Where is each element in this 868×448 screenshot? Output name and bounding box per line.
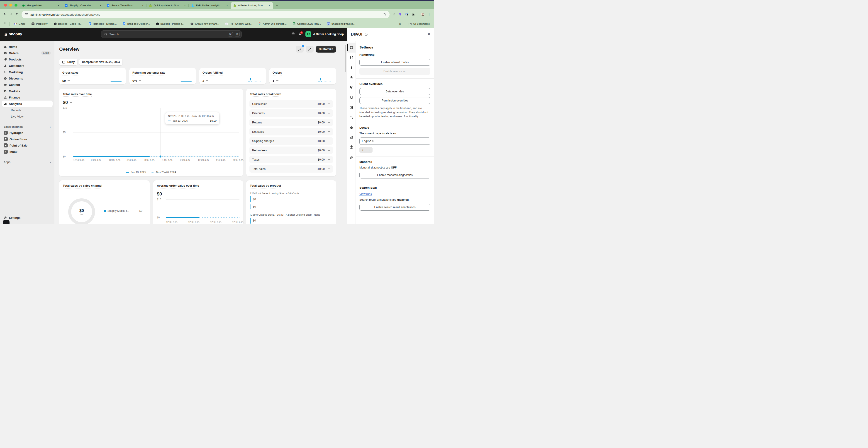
donut-chart[interactable]: $0 — [68, 198, 95, 224]
product-bar[interactable]: $0 — [250, 196, 333, 202]
tab-close-icon[interactable]: ✕ — [268, 4, 271, 7]
product-bar[interactable]: $0 — [250, 204, 253, 210]
main-scrollbar[interactable] — [345, 45, 346, 72]
forward-icon[interactable] — [9, 12, 13, 17]
devui-rail-cube[interactable] — [347, 142, 356, 152]
help-icon[interactable]: ? — [364, 33, 368, 36]
locale-select[interactable]: English — [360, 137, 430, 145]
back-icon[interactable] — [3, 12, 7, 17]
sidebar-item-inbox[interactable]: SInbox — [2, 148, 53, 155]
all-bookmarks-button[interactable]: All Bookmarks — [407, 22, 431, 26]
sidekick-icon[interactable] — [291, 32, 295, 36]
tab-close-icon[interactable]: ✕ — [183, 4, 187, 7]
sidebar-item-online-store[interactable]: Online Store — [2, 136, 53, 142]
tab-close-icon[interactable]: ✕ — [225, 4, 229, 7]
notifications-button[interactable]: 7 — [299, 32, 302, 36]
bookmark-item[interactable]: Brag doc October... — [121, 22, 151, 26]
bookmark-item[interactable]: Homesite - Dynam... — [87, 22, 118, 26]
devui-rail-paintroller[interactable] — [347, 82, 356, 93]
enable-monorail-button[interactable]: Enable monorail diagnostics — [360, 172, 430, 178]
devui-rail-gridplus[interactable] — [347, 132, 356, 142]
browser-tab[interactable]: sQuick updates to Shadows an✕ — [147, 2, 189, 9]
browser-tab[interactable]: ExP: Unified analytics experie✕ — [189, 2, 231, 9]
breakdown-row-returns[interactable]: Returns$0.00 — [249, 119, 333, 126]
devui-rail-leaf[interactable] — [347, 152, 356, 162]
metric-label[interactable]: Orders fulfilled — [203, 71, 223, 75]
devui-rail-bug[interactable] — [347, 122, 356, 132]
zoom-window-button[interactable] — [14, 4, 18, 7]
close-panel-icon[interactable]: ✕ — [427, 32, 430, 36]
legend-item-current[interactable]: Jan 13, 2025 — [126, 171, 146, 173]
sidebar-item-orders[interactable]: Orders7,333 — [2, 50, 53, 56]
bookmark-item[interactable]: Admin UI Foundati... — [257, 22, 288, 26]
sidebar-item-reports[interactable]: Reports — [2, 107, 53, 113]
celebrate-button[interactable] — [296, 46, 304, 53]
apps-grid-icon[interactable] — [3, 22, 7, 26]
locale-next-button[interactable]: › — [366, 147, 373, 153]
sidebar-item-markets[interactable]: $Markets — [2, 88, 53, 94]
breakdown-row-net-sales[interactable]: Net sales$0.00 — [249, 128, 333, 135]
breakdown-row-total-sales[interactable]: Total sales$0.00 — [249, 165, 333, 173]
address-bar[interactable]: admin.shopify.com/store/abetterlookingsh… — [22, 11, 390, 19]
tab-close-icon[interactable]: ✕ — [99, 4, 102, 7]
breakdown-row-shipping-charges[interactable]: Shipping charges$0.00 — [249, 137, 333, 145]
sidebar-item-point-of-sale[interactable]: Point of Sale — [2, 142, 53, 148]
card-title[interactable]: Average order value over time — [157, 184, 199, 188]
shopify-logo[interactable]: sshopify — [4, 32, 22, 36]
tab-close-icon[interactable]: ✕ — [57, 4, 60, 7]
minimize-window-button[interactable] — [9, 4, 12, 7]
channel-legend-row[interactable]: Shopify Mobile f... $0 — [104, 209, 146, 212]
sales-channels-header[interactable]: Sales channels› — [2, 124, 53, 130]
sidebar-item-hydrogen[interactable]: Hydrogen — [2, 130, 53, 136]
view-runs-link[interactable]: View runs — [360, 193, 372, 196]
bookmarks-overflow-icon[interactable]: » — [399, 22, 401, 26]
sidebar-item-finance[interactable]: Finance — [2, 94, 53, 101]
reload-icon[interactable] — [16, 12, 19, 17]
sidebar-item-customers[interactable]: Customers — [2, 63, 53, 69]
legend-item-compare[interactable]: Nov 25–26, 2024 — [151, 171, 176, 173]
extension-a-icon[interactable] — [392, 12, 396, 17]
profile-avatar[interactable] — [421, 12, 425, 17]
help-launcher[interactable] — [3, 220, 9, 224]
extensions-puzzle-icon[interactable] — [411, 12, 415, 17]
browser-tab[interactable]: 13Shopify - Calendar - Week of✕ — [62, 2, 104, 9]
enable-internal-routes-button[interactable]: Enable internal routes — [360, 59, 430, 66]
date-range-pill[interactable]: Today — [59, 59, 77, 65]
card-title[interactable]: Total sales by sales channel — [63, 184, 102, 188]
tab-close-icon[interactable]: ✕ — [141, 4, 145, 7]
devui-rail-filesearch[interactable] — [347, 53, 356, 63]
metric-label[interactable]: Returning customer rate — [132, 71, 165, 75]
aov-chart[interactable]: $10 $0 12:00 a.m.12:00 p.m.12:00 a.m.12:… — [157, 199, 240, 222]
locale-prev-button[interactable]: ‹ — [360, 147, 366, 153]
browser-menu-icon[interactable]: ⋮ — [427, 12, 431, 16]
sidebar-item-live-view[interactable]: Live View — [2, 113, 53, 119]
site-settings-icon[interactable] — [25, 12, 28, 17]
bookmark-item[interactable]: Perplexity — [30, 22, 49, 26]
bookmark-item[interactable]: Gmail — [13, 22, 27, 26]
breakdown-row-return-fees[interactable]: Return fees$0.00 — [249, 146, 333, 154]
browser-tab[interactable]: sA Better Looking Shop · Over✕ — [231, 2, 273, 9]
metric-label[interactable]: Orders — [273, 71, 282, 75]
product-bar[interactable]: $0 — [250, 218, 333, 223]
bookmark-item[interactable]: Create new dynam... — [189, 22, 220, 26]
close-window-button[interactable] — [4, 4, 7, 7]
bookmark-item[interactable]: bunassigned/hasiss... — [326, 22, 356, 26]
new-tab-button[interactable]: + — [276, 3, 278, 8]
window-controls[interactable] — [4, 4, 18, 7]
sidebar-item-products[interactable]: Products — [2, 56, 53, 63]
global-search-input[interactable]: Search ⌘ K — [101, 30, 242, 38]
store-menu[interactable]: AS A Better Looking Shop — [305, 31, 344, 37]
expand-button[interactable] — [306, 46, 314, 53]
extension-b-icon[interactable] — [399, 12, 402, 17]
onepassword-icon[interactable] — [405, 12, 408, 17]
card-title[interactable]: Total sales over time — [63, 93, 92, 97]
bookmark-item[interactable]: Backlog · Polaris p... — [155, 22, 185, 26]
sidebar-item-marketing[interactable]: Marketing — [2, 69, 53, 75]
devui-rail-sparkles[interactable] — [347, 112, 356, 122]
sidebar-item-settings[interactable]: Settings — [2, 214, 53, 221]
sidebar-item-content[interactable]: Content — [2, 81, 53, 88]
devui-rail-uppy[interactable] — [347, 93, 356, 102]
bookmark-item[interactable]: Operate 2025 Roa... — [291, 22, 322, 26]
metric-label[interactable]: Gross sales — [62, 71, 79, 75]
apps-header[interactable]: Apps› — [2, 160, 53, 165]
